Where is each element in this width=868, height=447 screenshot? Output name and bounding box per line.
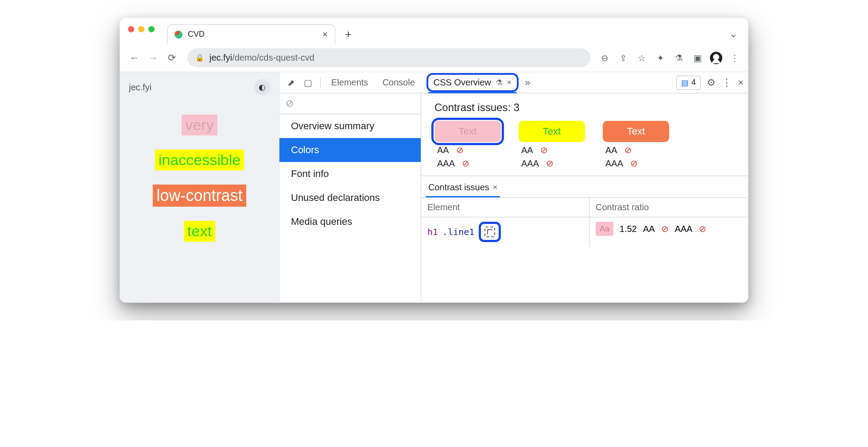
devtools-tabbar: ⬈ ▢ Elements Console CSS Overview ⚗ × » …	[279, 72, 748, 93]
pointer-icon	[484, 227, 495, 237]
issues-count: 4	[691, 78, 696, 87]
forward-button[interactable]: →	[146, 50, 161, 66]
contrast-swatch-2[interactable]: Text	[519, 121, 585, 142]
close-panel-icon[interactable]: ×	[507, 78, 512, 87]
close-drawer-tab-icon[interactable]: ×	[493, 183, 498, 192]
page-viewport: jec.fyi ◐ very inaccessible low-contrast…	[120, 72, 279, 302]
browser-window: CVD × + ⌄ ← → ⟳ 🔒 jec.fyi/demo/cds-quest…	[120, 18, 748, 303]
share-icon[interactable]: ⇪	[617, 53, 629, 63]
col-element-header: Element	[421, 198, 589, 217]
zoom-out-icon[interactable]: ⊖	[598, 53, 611, 63]
demo-text-3: low-contrast	[153, 185, 246, 207]
rating-aaa-2: AAA⊘	[519, 158, 585, 169]
favicon-icon	[174, 31, 182, 39]
contrast-swatch-3[interactable]: Text	[603, 121, 669, 142]
extensions-icon[interactable]: ✦	[654, 53, 666, 63]
clear-icon[interactable]: ⊘	[286, 98, 294, 109]
element-class: .line1	[442, 227, 474, 237]
toolbar-right: ⊖ ⇪ ☆ ✦ ⚗ ▣ ⋮	[598, 52, 741, 64]
ban-icon: ⊘	[456, 145, 464, 155]
url-path: /demo/cds-quest-cvd	[232, 53, 314, 62]
ban-icon: ⊘	[624, 145, 632, 155]
aa-preview-badge: Aa	[596, 222, 613, 236]
contrast-swatches: Text AA⊘ AAA⊘ Text AA⊘ AAA⊘ Text AA⊘	[421, 119, 748, 176]
rating-aa-1: AA⊘	[434, 145, 501, 155]
settings-gear-icon[interactable]: ⚙	[707, 77, 716, 89]
tab-css-overview[interactable]: CSS Overview ⚗ ×	[426, 73, 519, 92]
nav-unused-declarations[interactable]: Unused declarations	[279, 186, 421, 210]
ban-icon: ⊘	[540, 145, 548, 155]
ratio-aaa-label: AAA	[675, 224, 693, 234]
col-element: Element h1.line1	[421, 198, 589, 247]
drawer-tab-contrast-issues[interactable]: Contrast issues ×	[426, 179, 500, 197]
devtools-close-icon[interactable]: ×	[738, 77, 744, 89]
devtools-body: ⊘ Overview summary Colors Font info Unus…	[279, 93, 748, 302]
issues-icon: ▤	[681, 78, 689, 88]
reload-button[interactable]: ⟳	[164, 50, 179, 66]
nav-colors[interactable]: Colors	[279, 138, 421, 162]
col-ratio-header: Contrast ratio	[589, 198, 748, 217]
window-minimize-button[interactable]	[138, 26, 144, 32]
more-tabs-button[interactable]: »	[520, 77, 535, 89]
rating-aa-2: AA⊘	[519, 145, 585, 155]
demo-text-4: text	[184, 221, 215, 242]
window-close-button[interactable]	[128, 26, 134, 32]
nav-overview-summary[interactable]: Overview summary	[279, 114, 421, 138]
close-tab-button[interactable]: ×	[322, 29, 328, 39]
demo-text-1: very	[182, 115, 217, 135]
address-bar[interactable]: 🔒 jec.fyi/demo/cds-quest-cvd	[187, 48, 590, 67]
url-host: jec.fyi	[209, 53, 232, 62]
contrast-swatch-1[interactable]: Text	[434, 121, 501, 142]
ban-icon: ⊘	[462, 158, 469, 169]
page-body: very inaccessible low-contrast text	[120, 102, 279, 302]
css-overview-sidebar: ⊘ Overview summary Colors Font info Unus…	[279, 93, 421, 302]
tab-elements[interactable]: Elements	[325, 73, 374, 92]
sidepanel-icon[interactable]: ▣	[691, 53, 704, 63]
ratio-aa-label: AA	[643, 224, 655, 234]
css-overview-nav: Overview summary Colors Font info Unused…	[279, 114, 421, 234]
css-overview-main: Contrast issues: 3 Text AA⊘ AAA⊘ Text AA…	[421, 93, 748, 302]
window-fullscreen-button[interactable]	[148, 26, 155, 32]
drawer-tab-label: Contrast issues	[428, 182, 489, 193]
swatch-block-3: Text AA⊘ AAA⊘	[603, 121, 669, 169]
issues-badge[interactable]: ▤ 4	[676, 76, 701, 90]
tab-css-overview-label: CSS Overview	[434, 77, 491, 88]
lock-icon: 🔒	[195, 54, 204, 62]
separator	[320, 77, 321, 88]
window-controls	[128, 26, 155, 32]
dark-mode-toggle[interactable]: ◐	[254, 79, 270, 95]
rating-aaa-3: AAA⊘	[603, 158, 669, 169]
tab-console[interactable]: Console	[376, 73, 421, 92]
devtools-menu-icon[interactable]: ⋮	[722, 77, 732, 89]
title-bar: CVD × + ⌄	[120, 18, 748, 44]
drawer-table: Element h1.line1 Contrast ratio	[421, 197, 748, 247]
site-label: jec.fyi	[129, 82, 151, 92]
swatch-block-1: Text AA⊘ AAA⊘	[434, 121, 501, 169]
contrast-ratio-value: 1.52	[620, 224, 637, 234]
col-contrast-ratio: Contrast ratio Aa 1.52 AA ⊘ AAA ⊘	[589, 198, 748, 247]
nav-media-queries[interactable]: Media queries	[279, 210, 421, 234]
url-text: jec.fyi/demo/cds-quest-cvd	[209, 53, 314, 63]
inspect-element-icon[interactable]: ⬈	[284, 77, 298, 88]
star-icon[interactable]: ☆	[636, 53, 648, 63]
table-row[interactable]: h1.line1	[421, 217, 589, 247]
nav-font-info[interactable]: Font info	[279, 162, 421, 186]
active-tab[interactable]: CVD ×	[167, 24, 335, 44]
chrome-menu-button[interactable]: ⋮	[728, 53, 741, 63]
device-toolbar-icon[interactable]: ▢	[300, 77, 316, 88]
profile-icon[interactable]	[710, 52, 722, 64]
new-tab-button[interactable]: +	[345, 27, 352, 41]
ban-icon: ⊘	[546, 158, 554, 169]
tabs-dropdown-button[interactable]: ⌄	[729, 28, 737, 40]
reveal-in-elements-button[interactable]	[479, 222, 501, 242]
tab-title: CVD	[188, 30, 205, 39]
rating-aa-3: AA⊘	[603, 145, 669, 155]
swatch-block-2: Text AA⊘ AAA⊘	[519, 121, 585, 169]
table-row: Aa 1.52 AA ⊘ AAA ⊘	[589, 217, 748, 240]
drawer-tabs: Contrast issues ×	[421, 176, 748, 197]
back-button[interactable]: ←	[127, 50, 142, 66]
contrast-heading: Contrast issues: 3	[421, 93, 748, 119]
sidebar-top: ⊘	[279, 93, 421, 114]
ban-icon: ⊘	[630, 158, 638, 169]
labs-icon[interactable]: ⚗	[673, 53, 685, 63]
